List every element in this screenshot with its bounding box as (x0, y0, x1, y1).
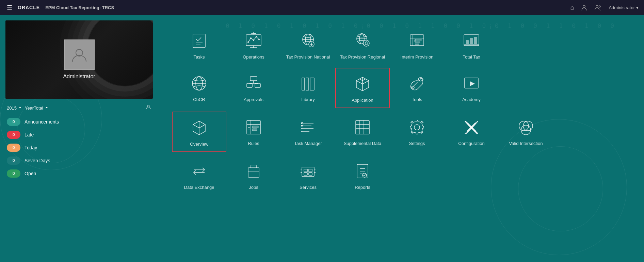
academy-button[interactable]: Academy (444, 68, 499, 107)
data-exchange-button[interactable]: Data Exchange (172, 155, 226, 195)
icon-row-4: Data Exchange Jobs (172, 155, 630, 195)
late-label: Late (25, 132, 34, 137)
list-item[interactable]: 0 Open (7, 167, 151, 180)
tools-icon (407, 73, 427, 94)
late-badge: 0 (7, 131, 20, 139)
tools-button[interactable]: Tools (390, 68, 444, 107)
person-icon[interactable] (581, 4, 587, 11)
cbcr-label: CbCR (193, 97, 205, 103)
svg-rect-50 (474, 37, 477, 44)
rules-button[interactable]: Rules (226, 112, 281, 151)
task-manager-icon (298, 117, 318, 137)
svg-point-0 (583, 5, 585, 7)
rules-icon (243, 117, 264, 137)
data-exchange-icon (189, 161, 209, 181)
overview-button[interactable]: Overview (172, 112, 226, 152)
svg-rect-57 (250, 77, 257, 81)
svg-point-29 (308, 34, 309, 35)
home-icon[interactable]: ⌂ (570, 4, 574, 11)
announcements-badge: 0 (7, 118, 20, 126)
reports-button[interactable]: Reports (335, 155, 390, 195)
icon-row-2: CbCR Approvals (172, 68, 630, 108)
avatar (64, 39, 95, 70)
total-tax-button[interactable]: Total Tax (444, 25, 499, 64)
settings-icon (407, 117, 427, 137)
svg-point-15 (258, 39, 260, 40)
svg-rect-7 (193, 34, 205, 48)
svg-point-1 (596, 5, 598, 7)
jobs-button[interactable]: Jobs (226, 155, 281, 195)
tax-provision-regional-button[interactable]: Tax Provision Regional (335, 25, 390, 64)
tasks-button[interactable]: Tasks (172, 25, 226, 64)
cbcr-button[interactable]: CbCR (172, 68, 226, 107)
services-button[interactable]: Services (281, 155, 335, 195)
cbcr-icon (189, 73, 209, 94)
overview-label: Overview (190, 142, 208, 147)
year-dropdown-icon (18, 105, 22, 111)
settings-label: Settings (409, 141, 425, 147)
filter-user-icon[interactable] (145, 104, 151, 112)
svg-rect-80 (252, 126, 258, 128)
approvals-label: Approvals (244, 97, 263, 103)
list-item[interactable]: 0 Today (7, 142, 151, 154)
year-filter[interactable]: 2015 (7, 105, 22, 111)
valid-intersection-button[interactable]: Valid Intersection (499, 112, 553, 151)
svg-rect-63 (306, 78, 309, 90)
svg-rect-48 (466, 40, 469, 44)
valid-intersection-label: Valid Intersection (509, 141, 543, 147)
tax-provision-national-icon (298, 31, 318, 51)
open-label: Open (25, 171, 36, 176)
svg-rect-59 (247, 83, 252, 87)
services-label: Services (300, 185, 317, 191)
nav-icons: ⌂ Administrator ▾ (570, 4, 639, 11)
application-button[interactable]: Application (335, 68, 390, 108)
tools-label: Tools (412, 97, 422, 103)
list-item[interactable]: 0 Late (7, 129, 151, 141)
supplemental-data-icon (352, 117, 373, 137)
tasks-label: Tasks (193, 54, 205, 60)
svg-point-36 (361, 34, 363, 35)
user-menu[interactable]: Administrator ▾ (609, 5, 639, 10)
yeartotal-dropdown-icon (45, 105, 49, 111)
svg-point-54 (199, 77, 200, 78)
configuration-icon (461, 117, 482, 137)
jobs-icon (243, 161, 264, 181)
settings-button[interactable]: Settings (390, 112, 444, 151)
application-label: Application (352, 98, 373, 103)
svg-point-89 (301, 131, 303, 132)
tax-provision-national-label: Tax Provision National (286, 54, 330, 60)
svg-point-20 (251, 33, 252, 34)
svg-rect-106 (304, 169, 307, 172)
supplemental-data-button[interactable]: Supplemental Data (335, 112, 390, 151)
svg-rect-44 (415, 42, 420, 43)
tax-provision-regional-icon (352, 31, 373, 51)
svg-rect-90 (356, 120, 369, 134)
configuration-button[interactable]: Configuration (444, 112, 499, 151)
yeartotal-filter[interactable]: YearTotal (25, 105, 49, 111)
svg-point-13 (253, 39, 254, 41)
svg-point-31 (310, 34, 311, 35)
tax-provision-national-button[interactable]: Tax Provision National (281, 25, 335, 64)
list-item[interactable]: 0 Announcements (7, 116, 151, 128)
configuration-label: Configuration (458, 141, 484, 147)
filter-bar: 2015 YearTotal (0, 99, 158, 114)
approvals-button[interactable]: Approvals (226, 68, 281, 107)
library-button[interactable]: Library (281, 68, 335, 107)
hamburger-menu[interactable]: ☰ (5, 2, 14, 13)
users-icon[interactable] (594, 4, 602, 11)
svg-rect-49 (470, 38, 473, 44)
svg-point-14 (256, 36, 257, 37)
interim-provision-button[interactable]: $ Interim Provision (390, 25, 444, 64)
svg-point-2 (599, 5, 601, 7)
svg-point-11 (247, 42, 249, 43)
supplemental-data-label: Supplemental Data (344, 141, 382, 147)
svg-rect-109 (309, 173, 312, 175)
svg-rect-81 (252, 129, 257, 131)
sevendays-label: Seven Days (25, 158, 50, 163)
task-manager-button[interactable]: Task Manager (281, 112, 335, 151)
svg-point-30 (309, 34, 310, 35)
list-item[interactable]: 0 Seven Days (7, 154, 151, 167)
svg-rect-60 (255, 83, 260, 87)
today-label: Today (25, 145, 37, 150)
operations-button[interactable]: Operations (226, 25, 281, 64)
